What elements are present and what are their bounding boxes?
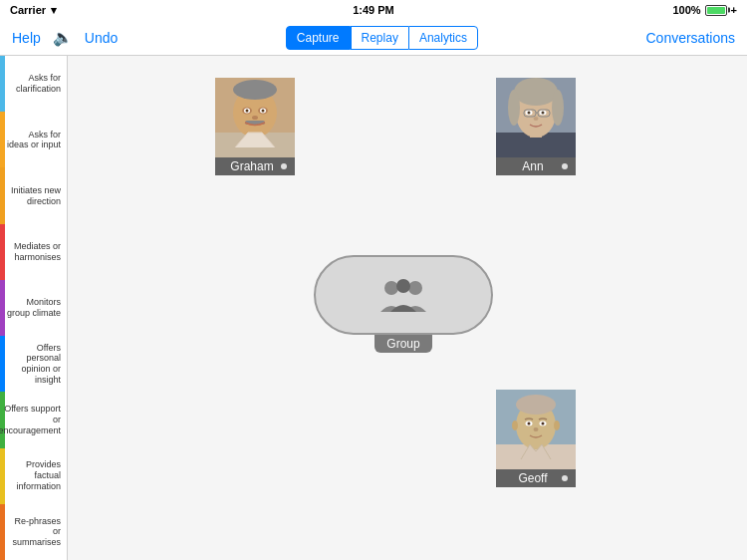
participant-graham[interactable]: Graham — [215, 78, 295, 175]
sidebar-label-initiates: Initiates new direction — [5, 185, 61, 207]
ann-dot — [562, 163, 568, 169]
geoff-dot — [562, 475, 568, 481]
group-node[interactable]: Group — [314, 255, 493, 353]
battery-icon — [705, 5, 727, 16]
sidebar-item-rephrases[interactable]: Re-phrases or summarises — [0, 504, 67, 560]
status-left: Carrier ▾ — [10, 4, 57, 17]
help-button[interactable]: Help — [12, 30, 41, 46]
sidebar-item-offers-opinion[interactable]: Offers personal opinion or insight — [0, 336, 67, 392]
svg-point-9 — [246, 110, 249, 113]
sidebar-item-asks-clarification[interactable]: Asks for clarification — [0, 56, 67, 112]
sidebar-item-initiates[interactable]: Initiates new direction — [0, 167, 67, 223]
svg-point-11 — [252, 116, 258, 120]
toolbar: Help 🔈 Undo Capture Replay Analytics Con… — [0, 20, 747, 56]
graham-dot — [281, 163, 287, 169]
carrier-label: Carrier — [10, 4, 46, 16]
photo-graham — [215, 78, 295, 157]
svg-point-20 — [552, 90, 564, 126]
geoff-name: Geoff — [504, 471, 562, 485]
toolbar-left: Help 🔈 Undo — [12, 28, 118, 47]
sidebar-label-provides-factual: Provides factual information — [5, 459, 61, 491]
battery-plus: + — [731, 4, 737, 16]
svg-point-25 — [534, 117, 539, 121]
svg-point-41 — [542, 422, 545, 425]
graham-label-bar: Graham — [215, 157, 295, 175]
svg-point-37 — [516, 395, 556, 415]
photo-ann — [496, 78, 576, 157]
svg-point-10 — [262, 110, 265, 113]
sidebar-item-monitors[interactable]: Monitors group climate — [0, 280, 67, 336]
sidebar-label-monitors: Monitors group climate — [5, 297, 61, 319]
sidebar-item-provides-factual[interactable]: Provides factual information — [0, 448, 67, 504]
battery-percent: 100% — [672, 4, 700, 16]
sidebar-item-asks-ideas[interactable]: Asks for ideas or input — [0, 112, 67, 167]
undo-button[interactable]: Undo — [85, 30, 118, 46]
sidebar-label-mediates: Mediates or harmonises — [5, 241, 61, 263]
graham-name: Graham — [223, 159, 281, 173]
conversations-button[interactable]: Conversations — [645, 30, 735, 46]
group-name: Group — [386, 337, 419, 351]
svg-point-23 — [528, 112, 531, 115]
sidebar: Asks for clarification Asks for ideas or… — [0, 56, 68, 560]
group-label: Group — [374, 335, 431, 353]
sidebar-label-offers-support: Offers support or encouragement — [0, 404, 61, 435]
svg-point-43 — [512, 420, 518, 430]
tab-analytics[interactable]: Analytics — [408, 26, 478, 50]
svg-point-24 — [542, 112, 545, 115]
svg-point-18 — [514, 78, 558, 106]
geoff-label-bar: Geoff — [496, 469, 576, 487]
battery-fill — [707, 7, 725, 14]
status-time: 1:49 PM — [353, 4, 394, 16]
status-right: 100% + — [672, 4, 737, 16]
speaker-icon[interactable]: 🔈 — [53, 28, 73, 47]
svg-point-42 — [534, 427, 539, 431]
sidebar-label-asks-ideas: Asks for ideas or input — [5, 130, 61, 151]
wifi-icon: ▾ — [51, 4, 57, 17]
participant-geoff[interactable]: Geoff — [496, 390, 576, 487]
sidebar-label-asks-clarification: Asks for clarification — [5, 73, 61, 95]
svg-point-30 — [408, 281, 422, 295]
tab-group: Capture Replay Analytics — [286, 26, 478, 50]
svg-point-4 — [233, 80, 277, 100]
svg-point-44 — [554, 420, 560, 430]
sidebar-item-offers-support[interactable]: Offers support or encouragement — [0, 392, 67, 447]
svg-point-19 — [508, 90, 520, 126]
ann-name: Ann — [504, 159, 562, 173]
tab-capture[interactable]: Capture — [286, 26, 351, 50]
main-content: Asks for clarification Asks for ideas or… — [0, 56, 747, 560]
svg-point-31 — [396, 279, 410, 293]
canvas-area: Graham — [68, 56, 747, 560]
sidebar-label-rephrases: Re-phrases or summarises — [5, 516, 61, 548]
group-icon — [380, 278, 426, 312]
sidebar-label-offers-opinion: Offers personal opinion or insight — [5, 343, 61, 386]
svg-point-40 — [528, 422, 531, 425]
ann-label-bar: Ann — [496, 157, 576, 175]
svg-point-29 — [384, 281, 398, 295]
tab-replay[interactable]: Replay — [351, 26, 408, 50]
status-bar: Carrier ▾ 1:49 PM 100% + — [0, 0, 747, 20]
sidebar-item-mediates[interactable]: Mediates or harmonises — [0, 224, 67, 280]
participant-ann[interactable]: Ann — [496, 78, 576, 175]
photo-geoff — [496, 390, 576, 469]
group-oval — [314, 255, 493, 335]
